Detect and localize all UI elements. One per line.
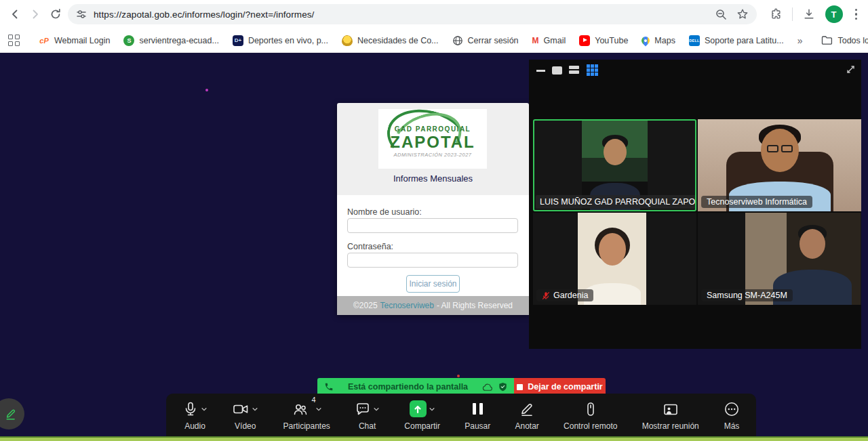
toolbar-label: Control remoto bbox=[564, 421, 617, 431]
toolbar-label: Participantes bbox=[283, 421, 330, 431]
profile-avatar[interactable]: T bbox=[825, 5, 843, 23]
site-settings-icon[interactable] bbox=[76, 9, 87, 20]
toolbar-label: Audio bbox=[184, 421, 205, 431]
bookmark-webmail-login[interactable]: cP Webmail Login bbox=[39, 35, 110, 46]
divider bbox=[792, 7, 793, 21]
bookmark-youtube[interactable]: YouTube bbox=[579, 35, 628, 46]
video-tile-luis[interactable]: LUIS MUÑOZ GAD PARROQUIAL ZAPOTAL bbox=[533, 119, 696, 211]
meeting-window-icon bbox=[662, 401, 679, 417]
downloads-icon[interactable] bbox=[802, 7, 816, 21]
bookmark-label: Cerrar sesión bbox=[468, 36, 519, 45]
bookmark-label: Webmail Login bbox=[54, 36, 110, 45]
footer-rights: - All Rights Reserved bbox=[437, 301, 513, 310]
more-button[interactable]: Más bbox=[724, 400, 740, 431]
toolbar-label: Compartir bbox=[404, 421, 440, 431]
pause-icon bbox=[473, 403, 483, 415]
footer-brand-link[interactable]: Tecnoserviweb bbox=[380, 301, 434, 310]
participants-button[interactable]: 4 Participantes bbox=[283, 400, 330, 431]
password-field[interactable] bbox=[347, 253, 518, 268]
annotate-button[interactable]: Anotar bbox=[515, 400, 539, 431]
bookmark-star-icon[interactable] bbox=[736, 8, 749, 20]
globe-icon bbox=[452, 35, 463, 46]
video-button[interactable]: Vídeo bbox=[232, 400, 258, 431]
participants-count-badge: 4 bbox=[312, 396, 316, 404]
url-text[interactable]: https://zapotal.gob.ec/informes/login/?n… bbox=[94, 9, 715, 20]
bookmark-label: Maps bbox=[654, 36, 675, 45]
chat-button[interactable]: Chat bbox=[355, 400, 380, 431]
audio-button[interactable]: Audio bbox=[182, 400, 208, 431]
footer-copyright: ©2025 bbox=[353, 301, 378, 310]
bookmark-servientrega[interactable]: S servientrega-ecuad... bbox=[123, 35, 218, 46]
pause-button[interactable]: Pausar bbox=[465, 400, 490, 431]
video-tile-samsung[interactable]: Samsung SM-A245M bbox=[698, 213, 861, 305]
ecuador-crest-icon bbox=[342, 35, 353, 46]
shield-check-icon bbox=[498, 382, 507, 392]
share-border-strip bbox=[0, 436, 868, 441]
annotation-dot bbox=[457, 375, 460, 377]
forward-icon[interactable] bbox=[27, 6, 43, 22]
screenshot-root: https://zapotal.gob.ec/informes/login/?n… bbox=[0, 0, 868, 441]
chrome-menu-icon[interactable] bbox=[852, 6, 861, 23]
remote-control-button[interactable]: Control remoto bbox=[564, 400, 617, 431]
dell-icon: DELL bbox=[689, 35, 700, 46]
all-bookmarks-button[interactable]: Todos los marcadores bbox=[821, 35, 868, 45]
chevron-down-icon[interactable] bbox=[315, 406, 322, 413]
strip-view-icon[interactable] bbox=[569, 66, 579, 74]
show-meeting-button[interactable]: Mostrar reunión bbox=[642, 400, 699, 431]
folder-icon bbox=[821, 35, 833, 45]
participants-icon: 4 bbox=[292, 401, 309, 417]
chevron-down-icon[interactable] bbox=[429, 406, 435, 413]
login-button[interactable]: Iniciar sesión bbox=[406, 275, 460, 293]
toolbar-label: Chat bbox=[359, 421, 376, 431]
bookmark-gmail[interactable]: M Gmail bbox=[532, 36, 566, 45]
gmail-icon: M bbox=[532, 36, 539, 45]
toolbar-label: Vídeo bbox=[235, 421, 256, 431]
cpanel-icon: cP bbox=[39, 35, 50, 46]
chevron-down-icon[interactable] bbox=[373, 406, 380, 413]
phone-icon bbox=[324, 382, 334, 392]
apps-grid-icon[interactable] bbox=[8, 35, 20, 46]
chevron-down-icon[interactable] bbox=[252, 406, 258, 413]
bookmark-necesidades[interactable]: Necesidades de Co... bbox=[342, 35, 439, 46]
page-content: GAD PARROQUIAL ZAPOTAL ADMINISTRACIÓN 20… bbox=[0, 53, 868, 441]
chevron-down-icon[interactable] bbox=[201, 406, 208, 413]
bookmark-deportes[interactable]: D+ Deportes en vivo, p... bbox=[233, 35, 328, 46]
login-form: Nombre de usuario: Contraseña: Iniciar s… bbox=[337, 195, 529, 296]
share-screen-icon bbox=[410, 400, 427, 417]
minimize-icon[interactable] bbox=[536, 70, 545, 72]
gallery-view-icon[interactable] bbox=[587, 64, 598, 76]
extensions-icon[interactable] bbox=[769, 7, 783, 21]
microphone-icon bbox=[182, 401, 199, 417]
address-bar[interactable]: https://zapotal.gob.ec/informes/login/?n… bbox=[68, 4, 757, 24]
toolbar-label: Anotar bbox=[515, 421, 539, 431]
back-icon[interactable] bbox=[7, 6, 23, 22]
bookmark-cerrar-sesion[interactable]: Cerrar sesión bbox=[452, 35, 519, 46]
all-bookmarks-label: Todos los marcadores bbox=[837, 36, 868, 45]
bookmarks-overflow-icon[interactable]: » bbox=[797, 35, 803, 46]
video-tile-tecnoserviweb[interactable]: Tecnoserviweb Informática bbox=[698, 119, 861, 211]
page-title: Informes Mensuales bbox=[337, 173, 529, 184]
expand-icon[interactable] bbox=[845, 64, 856, 75]
pencil-icon bbox=[519, 401, 535, 417]
zoom-out-icon[interactable] bbox=[715, 9, 727, 20]
bookmark-label: YouTube bbox=[595, 36, 628, 45]
reload-icon[interactable] bbox=[47, 6, 64, 22]
username-field[interactable] bbox=[347, 218, 518, 233]
video-tile-gardenia[interactable]: Gardenia bbox=[533, 213, 696, 305]
servientrega-icon: S bbox=[123, 35, 134, 46]
participant-name: Gardenia bbox=[536, 289, 593, 301]
bookmark-label: Soporte para Latitu... bbox=[705, 36, 784, 45]
bookmark-maps[interactable]: Maps bbox=[642, 36, 675, 45]
chat-bubble-icon bbox=[355, 401, 371, 417]
stop-share-label: Dejar de compartir bbox=[528, 382, 602, 392]
share-button[interactable]: Compartir bbox=[404, 400, 440, 431]
logo-line2: ZAPOTAL bbox=[378, 133, 487, 152]
participant-name: LUIS MUÑOZ GAD PARROQUIAL ZAPOTAL bbox=[536, 195, 696, 209]
speaker-view-icon[interactable] bbox=[552, 66, 562, 75]
browser-toolbar: https://zapotal.gob.ec/informes/login/?n… bbox=[0, 0, 868, 28]
annotation-dot bbox=[205, 89, 208, 91]
annotation-fab[interactable] bbox=[0, 398, 24, 429]
bookmark-label: Gmail bbox=[544, 36, 566, 45]
sharing-status-text: Está compartiendo la pantalla bbox=[339, 382, 477, 392]
bookmark-dell-soporte[interactable]: DELL Soporte para Latitu... bbox=[689, 35, 784, 46]
